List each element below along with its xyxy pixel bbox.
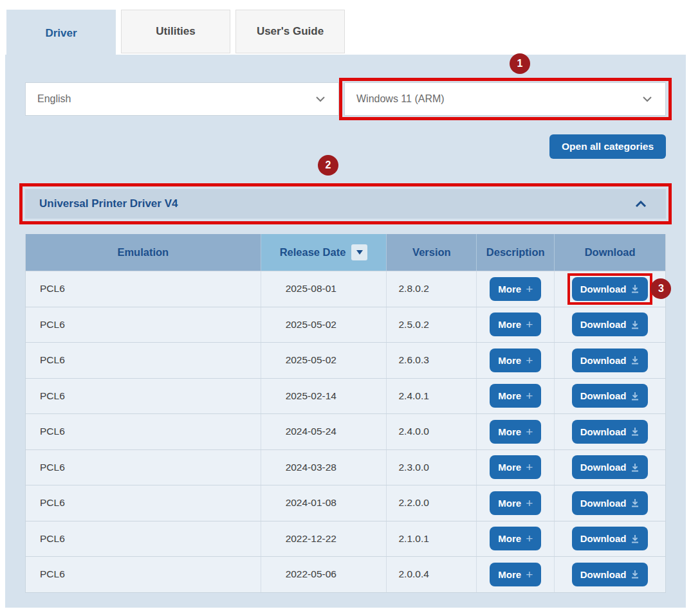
download-label: Download <box>580 426 627 437</box>
column-header-download: Download <box>555 234 665 271</box>
more-label: More <box>498 426 521 437</box>
emulation-cell: PCL6 <box>26 379 261 414</box>
os-select[interactable]: Windows 11 (ARM) <box>344 82 666 116</box>
more-label: More <box>498 498 521 509</box>
download-button[interactable]: Download <box>572 527 649 550</box>
more-button[interactable]: More + <box>490 420 541 444</box>
tab-driver[interactable]: Driver <box>6 10 116 57</box>
plus-icon: + <box>526 532 533 545</box>
table-row: PCL6 2024-01-08 2.2.0.0 More + Download <box>26 485 665 521</box>
release-date-cell: 2024-01-08 <box>261 485 387 521</box>
open-all-categories-button[interactable]: Open all categories <box>549 134 666 159</box>
version-cell: 2.0.0.4 <box>387 557 477 592</box>
emulation-cell: PCL6 <box>26 343 261 378</box>
download-button[interactable]: Download <box>572 491 649 515</box>
download-icon <box>631 284 640 293</box>
download-label: Download <box>580 533 627 544</box>
version-cell: 2.1.0.1 <box>387 521 477 557</box>
download-icon <box>631 498 640 507</box>
table-row: PCL6 2025-05-02 2.5.0.2 More + Download <box>26 307 665 343</box>
release-date-cell: 2025-05-02 <box>261 307 387 343</box>
tab-users-guide[interactable]: User's Guide <box>235 10 345 53</box>
emulation-cell: PCL6 <box>26 450 261 485</box>
tab-bar: Driver Utilities User's Guide <box>0 0 691 55</box>
version-cell: 2.2.0.0 <box>387 485 477 521</box>
driver-panel: English Windows 11 (ARM) 1 Open all cate… <box>5 55 686 608</box>
table-row: PCL6 2025-08-01 2.8.0.2 More + Download <box>26 271 665 307</box>
column-header-release-date: Release Date <box>261 234 387 271</box>
more-button[interactable]: More + <box>490 349 541 372</box>
column-header-emulation: Emulation <box>26 234 261 271</box>
more-label: More <box>498 284 521 294</box>
download-icon <box>631 570 640 579</box>
annotation-badge-1: 1 <box>510 53 530 74</box>
emulation-cell: PCL6 <box>26 307 261 343</box>
emulation-cell: PCL6 <box>26 521 261 557</box>
tab-utilities[interactable]: Utilities <box>121 10 230 53</box>
release-date-cell: 2024-03-28 <box>261 450 387 485</box>
chevron-down-icon <box>315 96 326 102</box>
download-button[interactable]: Download <box>572 384 649 408</box>
more-button[interactable]: More + <box>490 563 541 586</box>
language-select-value: English <box>37 93 71 105</box>
plus-icon: + <box>526 426 533 438</box>
release-date-label: Release Date <box>280 246 346 258</box>
language-select[interactable]: English <box>25 82 339 116</box>
download-button[interactable]: Download <box>572 420 649 444</box>
os-select-value: Windows 11 (ARM) <box>356 93 445 105</box>
more-button[interactable]: More + <box>490 527 541 550</box>
version-cell: 2.4.0.1 <box>387 379 477 414</box>
download-button[interactable]: Download <box>572 313 649 336</box>
version-cell: 2.6.0.3 <box>387 343 477 378</box>
download-button[interactable]: Download <box>572 349 649 372</box>
annotation-box-2: Universal Printer Driver V4 <box>19 183 672 224</box>
release-date-cell: 2025-05-02 <box>261 343 387 378</box>
plus-icon: + <box>526 354 533 367</box>
more-label: More <box>498 533 521 544</box>
plus-icon: + <box>526 568 533 581</box>
chevron-up-icon <box>635 201 647 208</box>
release-date-cell: 2025-02-14 <box>261 379 387 414</box>
version-cell: 2.3.0.0 <box>387 450 477 485</box>
table-row: PCL6 2025-02-14 2.4.0.1 More + Download <box>26 378 665 414</box>
plus-icon: + <box>526 390 533 402</box>
download-label: Download <box>580 284 627 294</box>
sort-release-date-button[interactable] <box>351 244 367 260</box>
more-button[interactable]: More + <box>490 491 541 515</box>
more-label: More <box>498 355 521 366</box>
more-button[interactable]: More + <box>490 313 541 336</box>
download-button[interactable]: Download <box>572 277 649 301</box>
version-cell: 2.4.0.0 <box>387 414 477 449</box>
sort-desc-icon <box>356 250 363 255</box>
release-date-cell: 2022-12-22 <box>261 521 387 557</box>
download-label: Download <box>580 498 627 509</box>
more-button[interactable]: More + <box>490 455 541 479</box>
download-button[interactable]: Download <box>572 455 649 479</box>
download-icon <box>631 534 640 543</box>
plus-icon: + <box>526 497 533 509</box>
accordion-header-universal-printer-driver-v4[interactable]: Universal Printer Driver V4 <box>25 189 666 219</box>
filter-row: English Windows 11 (ARM) 1 <box>25 82 666 116</box>
more-label: More <box>498 319 521 330</box>
table-row: PCL6 2022-12-22 2.1.0.1 More + Download <box>26 521 665 557</box>
download-label: Download <box>580 355 627 366</box>
emulation-cell: PCL6 <box>26 414 261 449</box>
emulation-cell: PCL6 <box>26 271 261 307</box>
download-label: Download <box>580 319 627 330</box>
download-label: Download <box>580 569 627 580</box>
more-label: More <box>498 569 521 580</box>
download-icon <box>631 427 640 436</box>
more-button[interactable]: More + <box>490 277 541 301</box>
driver-table: Emulation Release Date Version Descripti… <box>25 234 666 593</box>
annotation-badge-3: 3 <box>650 278 671 299</box>
annotation-badge-2: 2 <box>318 155 338 176</box>
more-button[interactable]: More + <box>490 384 541 408</box>
download-button[interactable]: Download <box>572 563 649 586</box>
release-date-cell: 2025-08-01 <box>261 271 387 307</box>
plus-icon: + <box>526 283 533 295</box>
accordion-title: Universal Printer Driver V4 <box>39 197 178 210</box>
emulation-cell: PCL6 <box>26 485 261 521</box>
more-label: More <box>498 462 521 473</box>
table-row: PCL6 2024-05-24 2.4.0.0 More + Download <box>26 413 665 449</box>
release-date-cell: 2022-05-06 <box>261 557 387 592</box>
